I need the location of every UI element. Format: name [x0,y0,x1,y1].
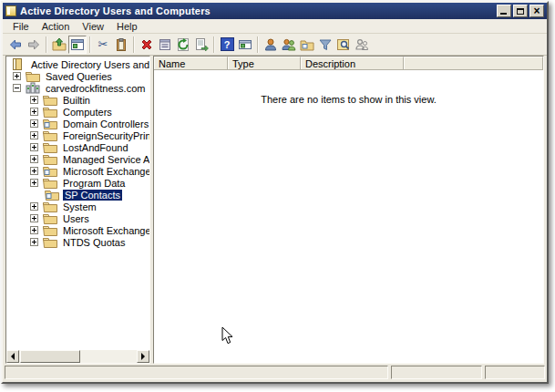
expand-plus-icon[interactable] [30,202,38,211]
forward-icon [26,37,41,52]
tree-item-label[interactable]: carvedrockfitness.com [44,83,147,94]
export-list-button[interactable] [192,36,211,54]
tree-item-microsoft-exchange-security[interactable]: Microsoft Exchange Securit [6,165,149,177]
export-list-icon [194,37,209,52]
find-objects-button[interactable] [334,36,353,54]
tree-item-label[interactable]: Active Directory Users and Comput [29,59,149,70]
menu-action[interactable]: Action [36,20,77,33]
tree-item-root[interactable]: Active Directory Users and Comput [6,58,149,70]
tree-item-label[interactable]: Users [61,213,91,224]
tree-item-label[interactable]: Program Data [61,178,127,189]
expand-plus-icon[interactable] [30,96,38,104]
expand-plus-icon[interactable] [30,214,38,222]
column-header-name[interactable]: Name [154,57,228,69]
new-user-button[interactable] [262,36,280,54]
tree-horizontal-scrollbar[interactable] [6,350,149,363]
status-segment [5,366,388,379]
tree-item-program-data[interactable]: Program Data [6,177,149,189]
tree-item-ntds-quotas[interactable]: NTDS Quotas [6,236,149,248]
title-bar[interactable]: Active Directory Users and Computers × [3,3,547,19]
up-one-level-button[interactable] [50,36,68,54]
folder-icon [43,201,58,212]
expand-plus-icon[interactable] [30,143,38,151]
tree-item-lostandfound[interactable]: LostAndFound [6,141,149,153]
expand-plus-icon[interactable] [13,72,21,80]
tree-item-label[interactable]: Microsoft Exchange System [61,225,149,236]
tree-item-sp-contacts[interactable]: SP Contacts [6,189,149,201]
new-group-icon [282,37,296,52]
back-icon [8,37,23,52]
folder-icon [43,212,58,224]
paste-button[interactable] [112,36,130,54]
tree-item-computers[interactable]: Computers [6,106,149,118]
show-description-bar-button[interactable] [236,36,254,54]
tree-item-label[interactable]: Computers [61,107,114,118]
delete-button[interactable] [138,36,156,54]
folder-icon [43,153,58,165]
forward-button[interactable] [25,36,43,54]
properties-button[interactable] [156,36,174,54]
close-button[interactable]: × [529,5,544,17]
menu-file[interactable]: File [6,20,36,33]
scroll-right-button[interactable] [137,350,149,363]
tree-item-users[interactable]: Users [6,212,149,224]
expand-plus-icon[interactable] [30,238,38,246]
tree-item-microsoft-exchange-system[interactable]: Microsoft Exchange System [6,224,149,236]
column-header-description[interactable]: Description [301,57,404,69]
show-console-tree-button[interactable] [68,36,87,54]
app-icon [5,5,16,16]
tree-item-domain[interactable]: carvedrockfitness.com [6,82,149,94]
expand-plus-icon[interactable] [30,155,38,163]
menu-help[interactable]: Help [110,20,144,33]
menu-view[interactable]: View [76,20,110,33]
new-group-button[interactable] [280,36,298,54]
tree-item-builtin[interactable]: Builtin [6,94,149,106]
empty-view-message: There are no items to show in this view. [154,94,543,105]
expand-plus-icon[interactable] [30,119,38,128]
tree-item-label[interactable]: SP Contacts [63,190,122,201]
scrollbar-track[interactable] [80,350,137,363]
tree-item-label[interactable]: ForeignSecurityPrincipals [61,130,149,141]
set-filter-button[interactable] [316,36,334,54]
tree-item-label[interactable]: NTDS Quotas [61,237,127,248]
expand-plus-icon[interactable] [30,131,38,139]
special-permissions-button[interactable] [353,36,371,54]
collapse-minus-icon[interactable] [13,84,21,92]
column-header-type[interactable]: Type [228,57,301,69]
tree-item-label[interactable]: Managed Service Accounts [61,154,149,165]
expand-plus-icon[interactable] [30,226,38,234]
scroll-left-button[interactable] [6,350,19,363]
status-segment [391,366,482,379]
special-permissions-icon [355,37,369,52]
minimize-button[interactable] [497,5,511,17]
cut-button[interactable]: ✂ [94,36,112,54]
tree-item-managed-service-accounts[interactable]: Managed Service Accounts [6,153,149,165]
expand-plus-icon[interactable] [30,108,38,116]
new-user-icon [263,37,278,52]
tree-item-saved-queries[interactable]: Saved Queries [6,70,149,82]
tree-item-label[interactable]: Saved Queries [44,71,114,82]
tree-item-foreignsecurityprincipals[interactable]: ForeignSecurityPrincipals [6,129,149,141]
scrollbar-thumb[interactable] [20,350,80,363]
tree-item-label[interactable]: Builtin [61,95,92,106]
folder-icon [43,177,58,189]
folder-icon [43,141,58,153]
back-button[interactable] [6,36,25,54]
expand-plus-icon[interactable] [30,179,38,187]
description-bar-icon [238,37,252,52]
maximize-button[interactable] [513,5,528,17]
maximize-icon [517,8,524,15]
tree-item-label[interactable]: Domain Controllers [61,119,149,129]
help-button[interactable]: ? [218,36,236,54]
minimize-icon [500,13,507,15]
tree-item-label[interactable]: LostAndFound [61,142,130,153]
refresh-button[interactable] [174,36,192,54]
expand-plus-icon[interactable] [30,167,38,175]
column-header-filler [404,57,543,69]
tree-item-system[interactable]: System [6,201,149,212]
tree-item-domain-controllers[interactable]: Domain Controllers [6,118,149,129]
tree-item-label[interactable]: System [61,201,98,212]
menu-bar: File Action View Help [3,19,547,34]
new-organizational-unit-button[interactable] [298,36,316,54]
tree-item-label[interactable]: Microsoft Exchange Securit [61,166,149,177]
